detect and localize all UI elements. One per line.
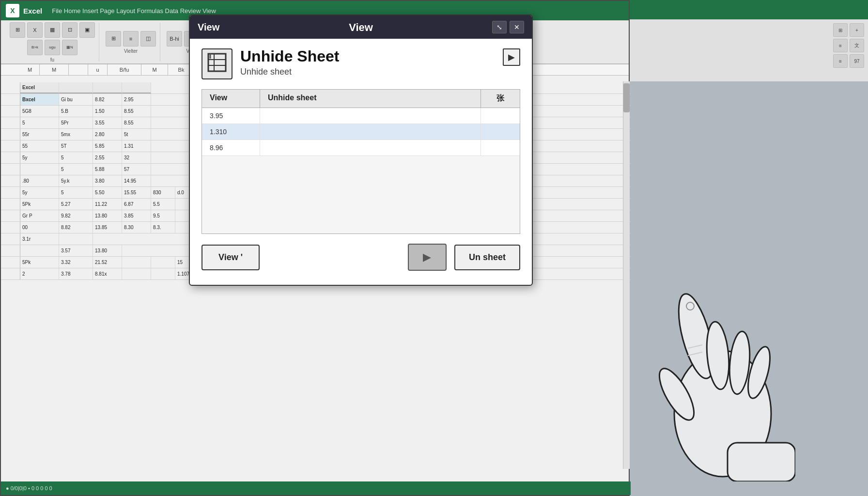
modal-minimize-button[interactable]: ⤡ [492,21,507,33]
cell: 8.81x [93,268,122,279]
ribbon-icon-x[interactable]: X [27,22,43,38]
cell: 830 [151,187,175,198]
modal-expand-button[interactable]: ▶ [503,48,520,66]
cell: 3.78 [59,268,93,279]
cell: 13.80 [93,245,122,256]
row-num [1,222,20,233]
ribbon-icon-view3[interactable]: ◫ [140,31,156,46]
ribbon-icon-b[interactable]: ugu [45,40,60,55]
cell: 5 [59,152,93,163]
modal-col-header-1: View [202,90,260,108]
unsheet-button[interactable]: Un sheet [454,245,520,270]
row-num [1,233,20,245]
cell: 5.50 [93,187,122,198]
cell: 5Pk [20,257,59,268]
cell: 9.5 [151,210,175,221]
cell: 5T [59,140,93,152]
table-row[interactable]: 1.310 [202,124,520,140]
modal-title-left: View [198,22,219,33]
rp-icon-row-2: ≡ 文 [833,39,864,52]
rp-icon-5: ≡ [833,54,848,68]
cell: 5.5 [151,199,175,210]
modal-cell-2-2 [260,124,481,140]
vertical-scrollbar[interactable] [623,81,630,469]
cell: 5y [20,187,59,198]
modal-title-area: Unhide Sheet Unhide sheet [240,48,498,77]
ribbon-icon-c[interactable]: ▦N [62,40,78,55]
view-button[interactable]: View ' [202,245,260,270]
cell: 00 [20,222,59,233]
ribbon-icon-table[interactable]: ⊡ [62,22,78,38]
ribbon-icons-1: ⊞ X ▦ ⊡ ▣ [10,22,95,38]
modal-icon-symbol [207,53,227,76]
rp-icon-6: 97 [850,54,864,68]
row-num [1,210,20,221]
cell: 13.85 [93,222,122,233]
cell: 5Pk [20,199,59,210]
header-cell-1: Excel [20,82,59,93]
scrollbar-thumb[interactable] [623,83,630,112]
ribbon-icon-view1[interactable]: ⊞ [106,31,121,46]
cell: 3.85 [122,210,151,221]
cell: 3.80 [93,175,122,186]
cell: 5y [20,152,59,163]
row-num [1,268,20,279]
ribbon-icon-home[interactable]: ⊞ [10,22,25,38]
modal-cell-3-2 [260,140,481,155]
cell: 2.80 [93,129,122,140]
modal-close-button[interactable]: ✕ [510,21,524,33]
col-header-b: M [40,64,69,75]
middle-button[interactable]: ▶ [408,244,447,271]
table-row[interactable]: 3.95 [202,108,520,124]
modal-subtitle: Unhide sheet [240,67,498,77]
modal-table-header: View Unhide sheet 张 [202,90,520,108]
cell [122,257,151,268]
table-row[interactable]: 8.96 [202,140,520,156]
ribbon-icon-view2[interactable]: ≡ [123,31,139,46]
cell: Gi bu [59,94,93,105]
cell: 5.27 [59,199,93,210]
ribbon-icon-a[interactable]: B>k [27,40,43,55]
cell: 3.55 [93,117,122,128]
modal-main-title: Unhide Sheet [240,48,498,64]
ribbon-icon-doc[interactable]: ▦ [45,22,60,38]
rp-icon-row-3: ≡ 97 [833,54,864,68]
cell: 57 [122,164,151,175]
cell: 8.55 [122,117,151,128]
row-num [1,140,20,152]
ribbon-icon-v1[interactable]: B-hi [167,31,182,46]
row-num [1,199,20,210]
row-num [1,257,20,268]
cell: 5.85 [93,140,122,152]
modal-col-header-3: 张 [481,90,520,108]
ribbon-label-1: fu [50,57,54,62]
cell: 5 [20,117,59,128]
ribbon-icon-grid[interactable]: ▣ [79,22,95,38]
ribbon-icons-2: ⊞ ≡ ◫ [106,31,156,46]
cell: 8.55 [122,106,151,117]
rp-icon-4: 文 [850,39,864,52]
col-header-d: u [88,64,108,75]
cell [20,164,59,175]
cell [151,268,175,279]
right-panel-ribbon: ⊞ + ≡ 文 ≡ 97 [630,19,868,81]
header-cell-2 [59,82,93,93]
cell [20,245,59,256]
modal-content: Unhide Sheet Unhide sheet ▶ View Unhide … [190,39,532,280]
excel-icon: X [6,4,19,17]
col-header-e: B/fu [108,64,141,75]
modal-cell-2-1: 1.310 [202,124,260,140]
modal-title-center: View [349,21,373,34]
col-header-c [69,64,88,75]
ribbon-label-2: Vielter [124,48,138,54]
cell: 13.80 [93,210,122,221]
status-text: ● 0/0|0|0 • 0 0 0 0 0 [6,485,52,491]
cell: 5mx [59,129,93,140]
modal-cell-3-3 [481,140,520,155]
cell: 8.3. [151,222,175,233]
minimize-icon: ⤡ [496,23,502,31]
cell: 5.B [59,106,93,117]
cell: 2 [20,268,59,279]
ribbon-group-2: ⊞ ≡ ◫ Vielter [102,23,160,62]
expand-icon: ▶ [508,52,515,62]
